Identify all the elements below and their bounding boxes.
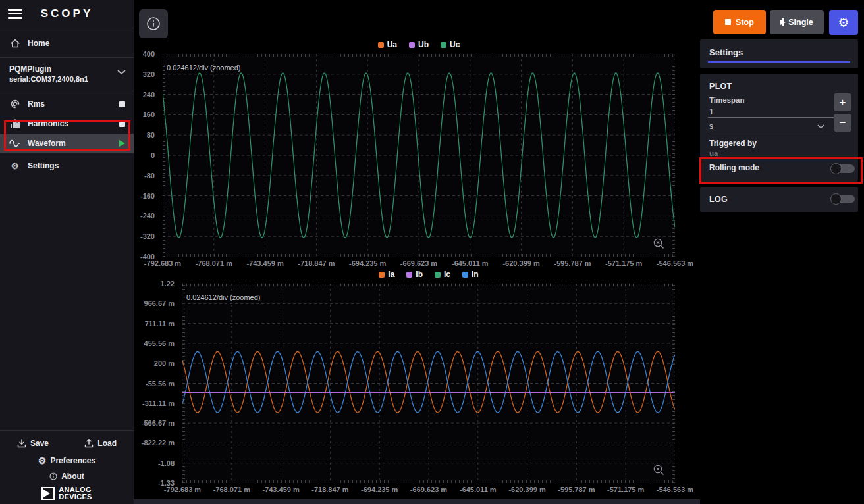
y-tick-label: 80 <box>147 131 155 139</box>
timespan-input[interactable]: 1 <box>709 107 714 116</box>
x-tick-label: -792.683 m <box>144 259 181 267</box>
sidebar-plugin-header[interactable]: PQMPlugin serial:COM37,2400,8n1 <box>0 61 134 88</box>
sidebar-item-harmonics[interactable]: Harmonics <box>0 114 134 134</box>
scale-per-div-label: 0.024612/div (zoomed) <box>186 293 261 301</box>
legend-label: Ub <box>418 40 429 49</box>
legend-item-Ib[interactable]: Ib <box>406 270 423 279</box>
info-button[interactable] <box>139 9 168 38</box>
stop-icon <box>725 19 731 25</box>
zoom-reset-icon[interactable] <box>653 238 666 251</box>
load-label: Load <box>97 439 117 448</box>
triggered-by-label: Triggered by <box>709 139 757 148</box>
sidebar: SCOPY Home PQMPlugin serial:COM37,2400,8… <box>0 0 134 504</box>
waveform-label: Waveform <box>28 139 66 148</box>
y-tick-label: 400 <box>143 50 155 58</box>
info-icon <box>49 472 57 480</box>
current-legend: IaIbIcIn <box>182 270 675 279</box>
single-button[interactable]: Single <box>770 10 824 34</box>
voltage-plot-area[interactable]: 0.024612/div (zoomed) <box>163 54 675 257</box>
x-tick-label: -669.623 m <box>410 486 447 493</box>
brand-line1: ANALOG <box>59 486 92 493</box>
legend-item-Ia[interactable]: Ia <box>379 270 394 279</box>
y-tick-label: 711.11 m <box>145 320 175 328</box>
y-tick-label: -311.11 m <box>142 399 175 407</box>
x-tick-label: -792.683 m <box>164 486 201 493</box>
x-tick-label: -743.459 m <box>246 259 283 267</box>
legend-swatch <box>435 272 441 278</box>
legend-item-Ua[interactable]: Ua <box>378 40 397 49</box>
y-tick-label: -240 <box>140 212 155 220</box>
current-plot-area[interactable]: 0.024612/div (zoomed) <box>182 284 675 483</box>
voltage-y-axis: 400320240160800-80-160-240-320-400 <box>117 54 159 257</box>
accent-underline <box>708 61 850 63</box>
y-tick-label: -55.56 m <box>146 380 175 388</box>
waveform-icon <box>9 138 20 149</box>
preferences-button[interactable]: ⚙ Preferences <box>38 455 95 466</box>
legend-item-Ic[interactable]: Ic <box>435 270 450 279</box>
voltage-x-axis: -792.683 m-768.071 m-743.459 m-718.847 m… <box>163 257 675 267</box>
divider <box>0 57 134 58</box>
legend-swatch <box>462 272 468 278</box>
legend-label: Ib <box>416 270 423 279</box>
save-label: Save <box>30 439 49 448</box>
timespan-increment-button[interactable]: + <box>834 93 851 111</box>
select-underline <box>708 132 834 132</box>
single-play-icon <box>780 18 784 26</box>
log-card: LOG <box>700 187 858 212</box>
stop-label: Stop <box>736 18 754 27</box>
log-label: LOG <box>709 195 728 204</box>
x-tick-label: -645.011 m <box>460 486 497 493</box>
zoom-reset-icon[interactable] <box>653 464 666 477</box>
x-tick-label: -620.399 m <box>502 259 539 267</box>
y-tick-label: 320 <box>143 70 155 78</box>
gear-icon: ⚙ <box>838 15 849 30</box>
legend-label: Ia <box>388 270 394 279</box>
log-toggle[interactable] <box>831 195 855 203</box>
harmonics-icon <box>9 118 20 129</box>
y-tick-label: 1.22 <box>161 280 175 288</box>
single-label: Single <box>788 18 813 27</box>
load-upload-icon <box>84 439 94 448</box>
home-label: Home <box>28 39 49 48</box>
current-waveform-chart: IaIbIcIn 1.22966.67 m711.11 m455.56 m200… <box>182 284 675 483</box>
stop-button[interactable]: Stop <box>713 10 766 34</box>
adi-triangle-icon <box>41 487 55 500</box>
settings-label: Settings <box>28 161 59 170</box>
timespan-unit-select[interactable]: s <box>709 122 713 131</box>
legend-label: Uc <box>450 40 460 49</box>
sidebar-item-home[interactable]: Home <box>0 34 134 53</box>
rolling-mode-toggle[interactable] <box>831 164 855 173</box>
x-tick-label: -546.563 m <box>657 259 693 267</box>
sidebar-item-waveform[interactable]: Waveform <box>0 134 134 153</box>
y-tick-label: 240 <box>143 91 155 99</box>
scale-per-div-label: 0.024612/div (zoomed) <box>167 64 241 72</box>
rolling-mode-label: Rolling mode <box>709 163 759 172</box>
plot-settings-gear-button[interactable]: ⚙ <box>829 10 858 35</box>
legend-item-Uc[interactable]: Uc <box>441 40 460 49</box>
plot-section-label: PLOT <box>709 82 732 91</box>
timespan-label: Timespan <box>709 96 744 104</box>
chevron-down-icon[interactable] <box>817 124 824 129</box>
x-tick-label: -645.011 m <box>452 259 489 267</box>
legend-item-In[interactable]: In <box>462 270 479 279</box>
load-button[interactable]: Load <box>84 439 117 448</box>
triggered-by-value: ua <box>709 149 718 157</box>
timespan-decrement-button[interactable]: − <box>834 114 851 132</box>
voltage-waveform-chart: UaUbUc 400320240160800-80-160-240-320-40… <box>163 54 675 257</box>
sidebar-item-rms[interactable]: Rms <box>0 94 134 114</box>
legend-item-Ub[interactable]: Ub <box>409 40 429 49</box>
x-tick-label: -669.623 m <box>400 259 437 267</box>
harmonics-label: Harmonics <box>28 119 68 128</box>
plot-scroll-handle[interactable] <box>134 499 700 504</box>
legend-swatch <box>441 42 446 48</box>
plugin-name: PQMPlugin <box>9 64 124 74</box>
about-button[interactable]: About <box>49 472 84 481</box>
x-tick-label: -694.235 m <box>349 259 386 267</box>
x-tick-label: -718.847 m <box>311 486 348 493</box>
sidebar-item-settings[interactable]: ⚙ Settings <box>0 156 134 176</box>
y-tick-label: 966.67 m <box>144 299 175 307</box>
y-tick-label: -320 <box>140 232 155 240</box>
rms-icon <box>9 99 20 109</box>
input-underline <box>708 117 834 118</box>
save-button[interactable]: Save <box>17 439 49 448</box>
